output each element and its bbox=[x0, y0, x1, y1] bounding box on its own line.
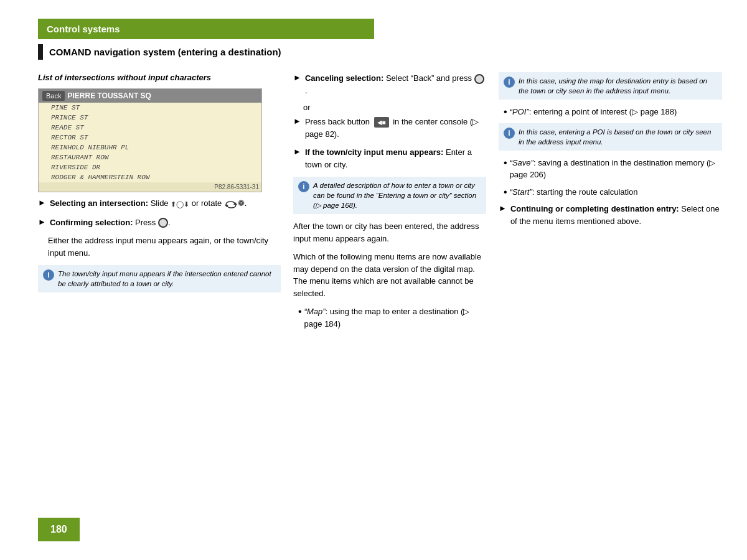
bullet-arrow-icon: ► bbox=[38, 198, 46, 207]
city-menu-text: If the town/city input menu appears: Ent… bbox=[305, 146, 486, 170]
nav-list-image: Back PIERRE TOUSSANT SQ PINE ST PRINCE S… bbox=[38, 88, 262, 192]
list-item: PINE ST bbox=[39, 103, 261, 113]
list-item: RESTAURANT ROW bbox=[39, 152, 261, 162]
left-column: List of intersections without input char… bbox=[38, 72, 281, 335]
info-box-city: i A detailed description of how to enter… bbox=[293, 177, 486, 214]
slide-icon: ⬆◯⬇ bbox=[171, 199, 189, 210]
bullet-arrow-completing: ► bbox=[499, 203, 507, 213]
save-item-text: “Save”: saving a destination in the dest… bbox=[510, 157, 722, 181]
nav-back-button: Back bbox=[42, 91, 65, 101]
press-back-item: ► Press back button ◀■ in the center con… bbox=[293, 116, 486, 140]
map-menu-item: • “Map”: using the map to enter a destin… bbox=[293, 306, 486, 330]
right-column: i In this case, using the map for destin… bbox=[499, 72, 722, 335]
confirming-selection-item: ► Confirming selection: Press . bbox=[38, 217, 281, 229]
map-item-text: “Map”: using the map to enter a destinat… bbox=[304, 306, 486, 330]
section-title: COMAND navigation system (entering a des… bbox=[38, 44, 747, 60]
poi-item: • “POI”: entering a point of interest (▷… bbox=[499, 106, 722, 118]
start-item-text: “Start”: starting the route calculation bbox=[510, 186, 638, 198]
info-text-city: A detailed description of how to enter a… bbox=[313, 180, 481, 210]
canceling-selection-item: ► Canceling selection: Select “Back” and… bbox=[293, 72, 486, 96]
confirm-para: Either the address input menu appears ag… bbox=[48, 235, 281, 259]
page-number: 180 bbox=[38, 518, 80, 541]
rotate-icon bbox=[224, 198, 238, 210]
info-icon-city: i bbox=[298, 181, 309, 192]
nav-list-items: PINE ST PRINCE ST READE ST RECTOR ST REI… bbox=[39, 103, 261, 182]
list-item: REINHOLD NIEBUHR PL bbox=[39, 142, 261, 152]
selecting-intersection-item: ► Selecting an intersection: Slide ⬆◯⬇ o… bbox=[38, 197, 281, 210]
green-header-bar: Control systems bbox=[38, 19, 374, 39]
save-item: • “Save”: saving a destination in the de… bbox=[499, 157, 722, 181]
or-separator: or bbox=[303, 103, 486, 112]
completing-entry-text: Continuing or completing destination ent… bbox=[510, 203, 722, 227]
info-text-left: The town/city input menu appears if the … bbox=[58, 269, 276, 289]
nav-list-caption: P82.86-5331-31 bbox=[39, 182, 261, 192]
dot-bullet-save: • bbox=[504, 157, 507, 169]
info-icon-left: i bbox=[43, 269, 54, 281]
nav-header-text: PIERRE TOUSSANT SQ bbox=[67, 91, 151, 100]
list-item: RIVERSIDE DR bbox=[39, 162, 261, 172]
which-para: Which of the following menu items are no… bbox=[293, 251, 486, 299]
middle-column: ► Canceling selection: Select “Back” and… bbox=[293, 72, 486, 335]
list-item: PRINCE ST bbox=[39, 113, 261, 123]
start-item: • “Start”: starting the route calculatio… bbox=[499, 186, 722, 198]
selecting-intersection-text: Selecting an intersection: Slide ⬆◯⬇ or … bbox=[50, 197, 247, 210]
dot-bullet-start: • bbox=[504, 186, 507, 198]
info-box-left: i The town/city input menu appears if th… bbox=[38, 265, 281, 292]
canceling-selection-text: Canceling selection: Select “Back” and p… bbox=[305, 72, 486, 96]
list-item: RODGER & HAMMERSTEIN ROW bbox=[39, 172, 261, 182]
info-text-right2: In this case, entering a POI is based on… bbox=[519, 127, 717, 147]
info-icon-right2: i bbox=[504, 128, 515, 139]
info-box-right1: i In this case, using the map for destin… bbox=[499, 72, 722, 100]
dot-bullet-map: • bbox=[298, 306, 302, 317]
bullet-arrow-city: ► bbox=[293, 147, 301, 156]
info-icon-right1: i bbox=[504, 77, 515, 88]
confirming-selection-text: Confirming selection: Press . bbox=[50, 217, 171, 229]
bullet-arrow-back: ► bbox=[293, 116, 301, 126]
city-menu-item: ► If the town/city input menu appears: E… bbox=[293, 146, 486, 170]
bullet-arrow-cancel: ► bbox=[293, 73, 301, 82]
back-button-icon: ◀■ bbox=[374, 117, 389, 128]
header-title: Control systems bbox=[47, 24, 120, 34]
info-text-right1: In this case, using the map for destinat… bbox=[519, 76, 717, 96]
press-back-text: Press back button ◀■ in the center conso… bbox=[305, 116, 486, 140]
dot-bullet-poi: • bbox=[504, 106, 507, 118]
info-box-right2: i In this case, entering a POI is based … bbox=[499, 123, 722, 151]
after-town-para: After the town or city has been entered,… bbox=[293, 220, 486, 245]
completing-entry-item: ► Continuing or completing destination e… bbox=[499, 203, 722, 227]
poi-item-text: “POI”: entering a point of interest (▷ p… bbox=[510, 106, 677, 118]
cancel-knob-icon bbox=[474, 74, 484, 84]
list-item: RECTOR ST bbox=[39, 133, 261, 142]
bullet-arrow-icon2: ► bbox=[38, 217, 46, 226]
list-title: List of intersections without input char… bbox=[38, 72, 281, 83]
list-item: READE ST bbox=[39, 123, 261, 133]
confirm-knob-icon bbox=[158, 218, 168, 228]
